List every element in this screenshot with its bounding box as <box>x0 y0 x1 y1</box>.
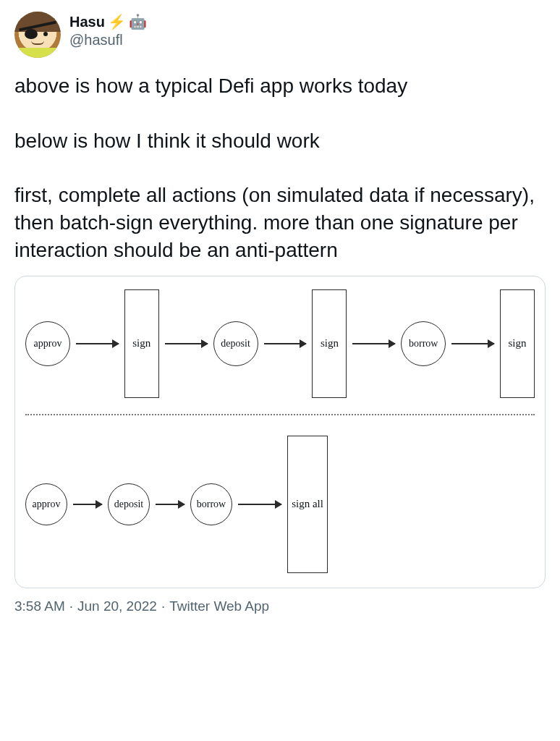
arrow-icon <box>76 343 119 344</box>
bolt-icon: ⚡ <box>108 13 126 30</box>
meta-separator: · <box>161 598 165 614</box>
diagram-top-flow: approv sign deposit sign borrow sign <box>25 289 535 398</box>
arrow-icon <box>238 504 281 505</box>
display-name-text: Hasu <box>69 14 105 30</box>
node-deposit: deposit <box>213 321 258 366</box>
tweet-meta: 3:58 AM · Jun 20, 2022 · Twitter Web App <box>14 598 546 614</box>
node-deposit: deposit <box>108 483 150 525</box>
tweet-body: above is how a typical Defi app works to… <box>14 72 546 264</box>
meta-separator: · <box>69 598 73 614</box>
arrow-icon <box>73 504 102 505</box>
author-block: Hasu ⚡ 🤖 @hasufl <box>69 12 147 48</box>
arrow-icon <box>264 343 307 344</box>
divider <box>25 414 535 415</box>
arrow-icon <box>165 343 208 344</box>
node-approv: approv <box>25 483 67 525</box>
node-approv: approv <box>25 321 70 366</box>
robot-icon: 🤖 <box>129 13 147 30</box>
handle[interactable]: @hasufl <box>69 32 147 48</box>
tweet-source[interactable]: Twitter Web App <box>169 598 269 614</box>
arrow-icon <box>156 504 184 505</box>
arrow-icon <box>352 343 395 344</box>
node-sign: sign <box>124 289 159 398</box>
node-sign: sign <box>312 289 347 398</box>
timestamp-time[interactable]: 3:58 AM <box>14 598 65 614</box>
node-borrow: borrow <box>401 321 446 366</box>
diagram-image[interactable]: approv sign deposit sign borrow sign app… <box>14 276 546 588</box>
tweet-header: Hasu ⚡ 🤖 @hasufl <box>14 12 546 58</box>
tweet-container: Hasu ⚡ 🤖 @hasufl above is how a typical … <box>0 0 560 626</box>
node-sign-all: sign all <box>287 436 328 573</box>
avatar[interactable] <box>14 12 61 58</box>
arrow-icon <box>451 343 494 344</box>
timestamp-date[interactable]: Jun 20, 2022 <box>77 598 157 614</box>
diagram-bottom-flow: approv deposit borrow sign all <box>25 436 535 573</box>
node-sign: sign <box>500 289 535 398</box>
node-borrow: borrow <box>190 483 232 525</box>
display-name[interactable]: Hasu ⚡ 🤖 <box>69 13 147 30</box>
